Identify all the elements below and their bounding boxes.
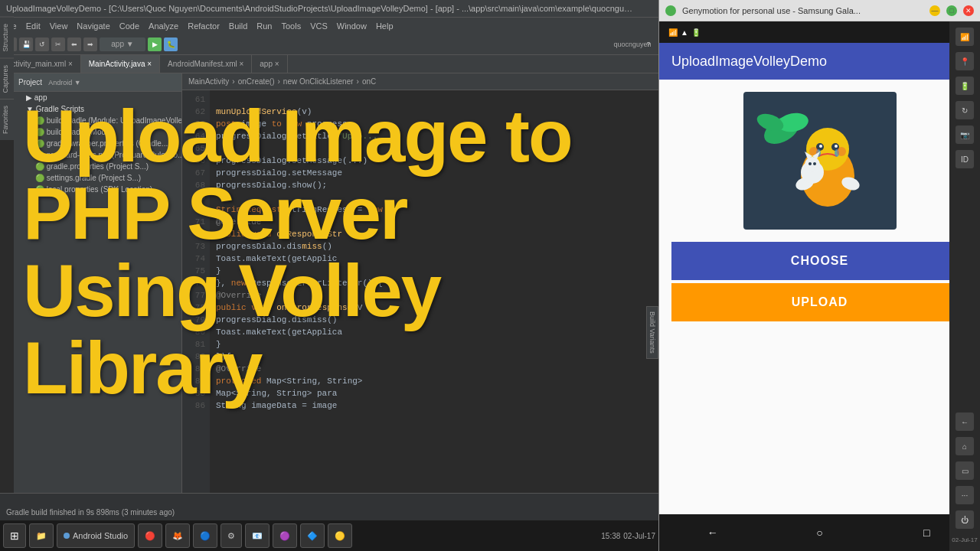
- geny-gps-icon[interactable]: 📍: [956, 52, 974, 70]
- toolbar-icon-2[interactable]: 💾: [19, 37, 33, 51]
- tree-local-props[interactable]: 🟢 local.properties (SDK Location): [14, 184, 181, 195]
- geny-back-icon[interactable]: ←: [956, 412, 974, 431]
- genymotion-close-button[interactable]: ✕: [963, 5, 974, 16]
- geny-power-icon[interactable]: ⏻: [956, 510, 974, 529]
- menu-run[interactable]: Run: [256, 21, 272, 31]
- tab-androidmanifest[interactable]: AndroidManifest.xml ×: [160, 55, 252, 73]
- code-line-67: progressDialog.setMessage: [216, 167, 652, 179]
- help-icon[interactable]: ?: [642, 37, 655, 51]
- breadcrumb-sep-2: ›: [278, 77, 280, 86]
- geny-battery-icon[interactable]: 🔋: [956, 77, 974, 95]
- side-tab-captures[interactable]: Captures: [0, 58, 14, 99]
- project-label: Project: [18, 78, 42, 86]
- tab-mainactivity[interactable]: MainActivity.java ×: [81, 55, 160, 73]
- tree-build-gradle-1[interactable]: 🟢 build.gradle (Module: UploadImageVolle…: [14, 115, 181, 126]
- toolbar-icon-6[interactable]: ➡: [83, 37, 97, 51]
- toolbar-icon-5[interactable]: ⬅: [67, 37, 81, 51]
- android-studio-dot: [64, 533, 70, 539]
- svg-point-17: [805, 157, 820, 172]
- breadcrumb-mainactivity: MainActivity: [188, 77, 229, 86]
- app-content: CHOOSE UPLOAD: [659, 80, 980, 514]
- search-icon[interactable]: quocnguyen: [626, 37, 639, 51]
- code-content[interactable]: munUploadService(v) post image to new pr…: [210, 90, 658, 493]
- tree-gradle-props[interactable]: 🟢 gradle.properties (Project S...): [14, 161, 181, 172]
- signal-icon: ▲: [681, 28, 688, 37]
- code-line-84: protected Map<String, String>: [216, 375, 652, 387]
- line-numbers: 61 62 63 64 65 66 67 68 69 70 71 72 73 7…: [182, 90, 210, 493]
- image-display[interactable]: [743, 92, 897, 230]
- taskbar-app-4[interactable]: ⚙: [220, 523, 242, 548]
- tree-gradle-scripts[interactable]: ▼ Gradle Scripts: [14, 103, 181, 115]
- menu-view[interactable]: View: [50, 21, 68, 31]
- project-panel-header: Project Android ▼: [14, 73, 181, 92]
- toolbar-icon-4[interactable]: ✂: [51, 37, 65, 51]
- upload-button[interactable]: UPLOAD: [671, 283, 968, 321]
- menu-vcs[interactable]: VCS: [310, 21, 328, 31]
- geny-id-icon[interactable]: ID: [956, 150, 974, 168]
- project-panel: Project Android ▼ ▶ app ▼ Gradle Scripts…: [14, 73, 182, 493]
- geny-rotate-icon[interactable]: ↻: [956, 101, 974, 119]
- tree-proguard[interactable]: 🟢 proguard-rules.pro (ProGuard Rules fo.…: [14, 149, 181, 161]
- genymotion-minimize-button[interactable]: —: [929, 5, 940, 16]
- menu-navigate[interactable]: Navigate: [77, 21, 109, 31]
- geny-camera-icon[interactable]: 📷: [956, 126, 974, 144]
- nav-recents-icon[interactable]: □: [917, 523, 936, 542]
- genymotion-title: Genymotion for personal use - Samsung Ga…: [682, 6, 923, 15]
- taskbar-explorer[interactable]: 📁: [29, 523, 54, 548]
- menu-refactor[interactable]: Refactor: [188, 21, 220, 31]
- genymotion-restore-button[interactable]: □: [946, 5, 957, 16]
- nav-home-icon[interactable]: ○: [810, 523, 828, 542]
- file-tab-bar: activity_main.xml × MainActivity.java × …: [0, 55, 658, 73]
- line-71: 71: [182, 216, 210, 228]
- taskbar-chrome[interactable]: 🔴: [138, 523, 162, 548]
- tree-build-gradle-2[interactable]: 🟢 build.gradle (Mod...: [14, 126, 181, 138]
- taskbar-intellij[interactable]: 🔷: [300, 523, 325, 548]
- geny-more-icon[interactable]: ···: [956, 486, 974, 504]
- menu-window[interactable]: Window: [337, 21, 367, 31]
- code-line-79: progressDialog.dismiss(): [216, 314, 652, 326]
- choose-button[interactable]: CHOOSE: [671, 242, 968, 280]
- code-line-70: StringRequest stringRequest = new: [216, 204, 652, 216]
- taskbar-app-6[interactable]: 🟣: [273, 523, 297, 548]
- menu-help[interactable]: Help: [376, 21, 394, 31]
- menu-code[interactable]: Code: [119, 21, 139, 31]
- line-76: 76: [182, 277, 210, 289]
- line-72: 72: [182, 228, 210, 240]
- taskbar-app-8[interactable]: 🟡: [328, 523, 352, 548]
- taskbar-firefox[interactable]: 🦊: [165, 523, 190, 548]
- tree-gradle-wrapper[interactable]: 🟢 gradle-wrapper.properties (Gradle...: [14, 138, 181, 149]
- line-62: 62: [182, 106, 210, 118]
- tree-app[interactable]: ▶ app: [14, 92, 181, 103]
- menu-bar: File Edit View Navigate Code Analyze Ref…: [0, 17, 658, 34]
- taskbar-app-3[interactable]: 🔵: [193, 523, 217, 548]
- tree-settings-gradle[interactable]: 🟢 settings.gradle (Project S...): [14, 172, 181, 184]
- menu-analyze[interactable]: Analyze: [149, 21, 178, 31]
- taskbar-date: 02-Jul-17: [623, 532, 655, 540]
- menu-tools[interactable]: Tools: [281, 21, 301, 31]
- code-line-65: [216, 142, 652, 155]
- toolbar-icon-7[interactable]: app ▼: [100, 37, 145, 51]
- line-63: 63: [182, 118, 210, 130]
- breadcrumb-onclicklistener: new OnClickListener: [283, 77, 354, 86]
- ide-window: UploadImageVolleyDemo - [C:\Users\Quoc N…: [0, 0, 658, 551]
- menu-build[interactable]: Build: [229, 21, 247, 31]
- taskbar-app-5[interactable]: 📧: [245, 523, 270, 548]
- breadcrumb-oncreate: onCreate(): [238, 77, 275, 86]
- build-variants-tab[interactable]: Build Variants: [646, 306, 658, 359]
- taskbar-android-studio[interactable]: Android Studio: [57, 523, 135, 548]
- code-area: MainActivity › onCreate() › new OnClickL…: [182, 73, 658, 493]
- code-line-86: String imageData = image: [216, 399, 652, 412]
- side-tab-favorites[interactable]: Favorites: [0, 99, 14, 140]
- debug-button[interactable]: 🐛: [164, 37, 178, 51]
- menu-edit[interactable]: Edit: [26, 21, 41, 31]
- side-tab-structure[interactable]: Structure: [0, 17, 14, 58]
- geny-home-icon[interactable]: ⌂: [956, 437, 974, 455]
- tab-app[interactable]: app ×: [252, 55, 287, 73]
- geny-recents-icon[interactable]: ▭: [956, 461, 974, 480]
- nav-back-icon[interactable]: ←: [704, 523, 722, 542]
- geny-signal-icon[interactable]: 📶: [956, 28, 974, 46]
- taskbar-start[interactable]: ⊞: [3, 523, 26, 548]
- run-button[interactable]: ▶: [148, 37, 162, 51]
- toolbar-icon-3[interactable]: ↺: [35, 37, 49, 51]
- svg-point-20: [808, 162, 812, 165]
